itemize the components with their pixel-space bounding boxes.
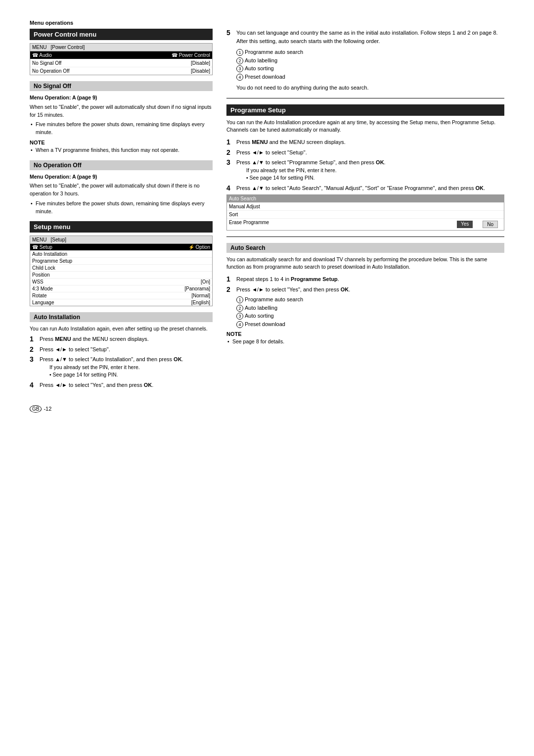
prog-step3-rest: . bbox=[384, 159, 386, 165]
auto-search-item2: 2Auto labelling bbox=[236, 304, 504, 312]
auto-installation-section: Auto Installation You can run Auto Insta… bbox=[30, 312, 213, 389]
step2-content: Press ◄/► to select "Setup". bbox=[40, 345, 213, 354]
right-column: 5 You can set language and country the s… bbox=[226, 29, 504, 395]
no-signal-note-label: NOTE bbox=[30, 140, 213, 145]
prog-step4-rest: . bbox=[484, 185, 485, 191]
step5-item2: 2Auto labelling bbox=[236, 56, 504, 65]
prog-step4-text: Press ▲/▼ to select "Auto Search", "Manu… bbox=[236, 185, 475, 191]
step5-section: 5 You can set language and country the s… bbox=[226, 29, 504, 92]
auto-search-row4: Erase Programme Yes No bbox=[227, 219, 504, 230]
prog-step2: 2 Press ◄/► to select "Setup". bbox=[226, 148, 504, 157]
auto-search-header: Auto Search bbox=[226, 243, 504, 253]
setup-row5: Position bbox=[30, 272, 212, 279]
no-signal-body: When set to "Enable", the power will aut… bbox=[30, 103, 213, 119]
auto-install-step3: 3 Press ▲/▼ to select "Auto Installation… bbox=[30, 355, 213, 379]
auto-install-step2: 2 Press ◄/► to select "Setup". bbox=[30, 345, 213, 354]
no-operation-bullet: Five minutes before the power shuts down… bbox=[30, 200, 213, 216]
prog-step3-bold: OK bbox=[376, 159, 384, 165]
no-operation-off-header: No Operation Off bbox=[30, 160, 213, 170]
step1-rest: and the MENU screen displays. bbox=[71, 336, 149, 342]
setup-menu-col1: MENU bbox=[32, 237, 46, 242]
auto-search-step2: 2 Press ◄/► to select "Yes", and then pr… bbox=[226, 285, 504, 329]
step1-bold: MENU bbox=[55, 336, 71, 342]
sort-label: Sort bbox=[229, 212, 238, 217]
prog-step3-num: 3 bbox=[226, 158, 233, 182]
prog-step1: 1 Press MENU and the MENU screen display… bbox=[226, 138, 504, 146]
auto-search-item3: 3Auto sorting bbox=[236, 312, 504, 320]
setup-menu-header: Setup menu bbox=[30, 221, 213, 233]
prog-step3-content: Press ▲/▼ to select "Programme Setup", a… bbox=[236, 158, 504, 182]
auto-search-step2-content: Press ◄/► to select "Yes", and then pres… bbox=[236, 285, 504, 329]
step5-note: You do not need to do anything during th… bbox=[236, 84, 504, 92]
prog-step1-text: Press bbox=[236, 139, 252, 145]
auto-search-step2-num: 2 bbox=[226, 285, 233, 329]
auto-search-step2-bold: OK bbox=[341, 286, 349, 292]
no-button[interactable]: No bbox=[483, 221, 498, 228]
auto-search-step1: 1 Repeat steps 1 to 4 in Programme Setup… bbox=[226, 275, 504, 284]
rotate-value: [Normal] bbox=[191, 293, 210, 298]
no-operation-body: When set to "Enable", the power will aut… bbox=[30, 182, 213, 198]
43-mode-label: 4:3 Mode bbox=[32, 286, 53, 291]
prog-step2-content: Press ◄/► to select "Setup". bbox=[236, 148, 504, 157]
no-operation-off-label: No Operation Off bbox=[32, 68, 69, 74]
auto-installation-menu-label: Auto Installation bbox=[32, 251, 67, 257]
auto-search-item1: 1Programme auto search bbox=[236, 295, 504, 304]
page-number: -12 bbox=[44, 406, 51, 412]
wss-value: [On] bbox=[201, 279, 210, 284]
auto-search-item4: 4Preset download bbox=[236, 320, 504, 329]
auto-search-label: Auto Search bbox=[229, 196, 256, 201]
divider1 bbox=[226, 98, 504, 98]
power-control-table-header: MENU [Power Control] bbox=[30, 44, 212, 51]
position-menu-label: Position bbox=[32, 272, 50, 278]
power-control-table: MENU [Power Control] ☎ Audio ☎ Power Con… bbox=[30, 43, 213, 75]
yes-no-row: Yes No bbox=[453, 220, 502, 229]
prog-step3-sub-bullet: • See page 14 for setting PIN. bbox=[236, 174, 504, 182]
erase-programme-label: Erase Programme bbox=[229, 220, 269, 229]
step1-text-press: Press bbox=[40, 336, 55, 342]
power-control-row3: No Operation Off [Disable] bbox=[30, 67, 212, 75]
step4-num: 4 bbox=[30, 381, 37, 389]
auto-installation-body: You can run Auto Installation again, eve… bbox=[30, 325, 213, 333]
step4-rest: . bbox=[152, 382, 153, 388]
no-signal-off-label: No Signal Off bbox=[32, 60, 61, 66]
page-container: Menu operations Power Control menu MENU … bbox=[30, 20, 504, 413]
step5-row: 5 You can set language and country the s… bbox=[226, 29, 504, 92]
setup-row9: Language [English] bbox=[30, 299, 212, 306]
setup-row1: ☎ Setup ⚡ Option bbox=[30, 244, 212, 251]
auto-search-step1-content: Repeat steps 1 to 4 in Programme Setup. bbox=[236, 275, 504, 284]
auto-installation-header: Auto Installation bbox=[30, 312, 213, 322]
language-label: Language bbox=[32, 300, 54, 305]
gb-badge: GB bbox=[30, 405, 42, 413]
no-signal-sub-header: Menu Operation: A (page 9) bbox=[30, 94, 213, 102]
setup-menu-table: MENU [Setup] ☎ Setup ⚡ Option Auto Insta… bbox=[30, 236, 213, 306]
step4-bold: OK bbox=[144, 382, 152, 388]
setup-menu-col2: [Setup] bbox=[50, 237, 66, 242]
no-operation-off-value: [Disable] bbox=[191, 68, 210, 74]
step3-text: Press ▲/▼ to select "Auto Installation",… bbox=[40, 356, 174, 362]
power-control-row2: No Signal Off [Disable] bbox=[30, 59, 212, 67]
manual-adjust-label: Manual Adjust bbox=[229, 204, 260, 209]
no-operation-sub-header: Menu Operation: A (page 9) bbox=[30, 173, 213, 181]
step3-sub-bullet: • See page 14 for setting PIN. bbox=[40, 371, 213, 379]
prog-step4-bold: OK bbox=[475, 185, 484, 191]
prog-step3: 3 Press ▲/▼ to select "Programme Setup",… bbox=[226, 158, 504, 182]
step5-item4: 4Preset download bbox=[236, 73, 504, 81]
step5-item1: 1Programme auto search bbox=[236, 48, 504, 56]
step4-content: Press ◄/► to select "Yes", and then pres… bbox=[40, 381, 213, 389]
prog-step2-num: 2 bbox=[226, 148, 233, 157]
step1-content: Press MENU and the MENU screen displays. bbox=[40, 335, 213, 343]
43-mode-value: [Panorama] bbox=[184, 286, 210, 291]
step1-num: 1 bbox=[30, 335, 37, 343]
yes-button[interactable]: Yes bbox=[457, 221, 473, 228]
step5-content: You can set language and country the sam… bbox=[236, 29, 504, 92]
auto-search-step1-num: 1 bbox=[226, 275, 233, 284]
setup-row7: 4:3 Mode [Panorama] bbox=[30, 285, 212, 292]
prog-step1-rest: and the MENU screen displays. bbox=[268, 139, 346, 145]
auto-search-step1-bold: Programme Setup bbox=[291, 276, 338, 282]
step5-item3: 3Auto sorting bbox=[236, 64, 504, 73]
auto-search-section: Auto Search You can automatically search… bbox=[226, 243, 504, 346]
programme-setup-section: Programme Setup You can run the Auto Ins… bbox=[226, 104, 504, 231]
menu-header-col2: [Power Control] bbox=[50, 45, 85, 50]
power-control-label: ☎ Power Control bbox=[172, 52, 210, 58]
child-lock-menu-label: Child Lock bbox=[32, 265, 55, 271]
